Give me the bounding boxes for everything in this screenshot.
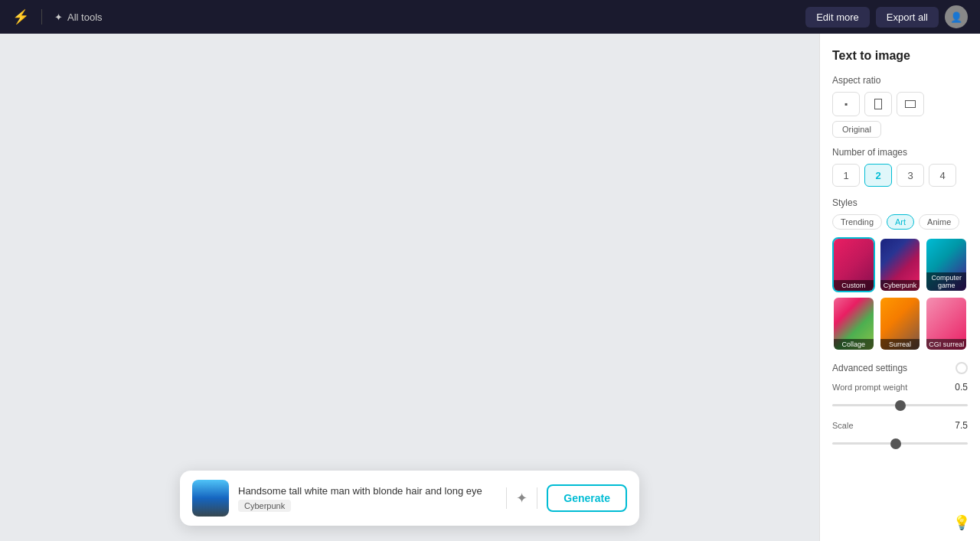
logo-icon: ⚡ (12, 8, 29, 25)
right-panel: Text to image Aspect ratio ▪ Original Nu… (819, 34, 980, 541)
style-tab-art[interactable]: Art (887, 214, 914, 230)
style-card-surreal[interactable]: Surreal (879, 296, 922, 351)
aspect-ratio-row: ▪ (832, 92, 968, 116)
prompt-bar: Handsome tall white man with blonde hair… (180, 471, 639, 526)
tools-icon: ✦ (54, 11, 63, 23)
all-tools-link[interactable]: ✦ All tools (54, 11, 103, 23)
num-3-button[interactable]: 3 (897, 164, 924, 187)
image-grid (403, 80, 416, 378)
style-card-collage[interactable]: Collage (832, 296, 875, 351)
aspect-ratio-label: Aspect ratio (832, 75, 968, 86)
prompt-text-area: Handsome tall white man with blonde hair… (238, 485, 497, 512)
topnav-right: Edit more Export all 👤 (805, 5, 968, 28)
word-prompt-weight-label: Word prompt weight (832, 383, 907, 392)
thumb-image (192, 480, 229, 517)
prompt-thumbnail (192, 480, 229, 517)
ar-portrait-icon (874, 99, 882, 109)
sparkle-icon[interactable]: ✦ (516, 490, 528, 507)
ar-square-icon: ▪ (844, 99, 848, 109)
all-tools-label: All tools (67, 11, 103, 23)
num-1-button[interactable]: 1 (832, 164, 860, 187)
style-card-custom-label: Custom (834, 280, 874, 291)
style-card-cgi-surreal[interactable]: CGI surreal (925, 296, 968, 351)
avatar-initials: 👤 (950, 11, 962, 23)
prompt-divider-2 (537, 487, 537, 509)
panel-title: Text to image (832, 49, 968, 63)
style-card-cgame-label: Computer game (926, 272, 966, 291)
word-prompt-weight-value: 0.5 (955, 382, 968, 393)
ar-landscape-button[interactable] (897, 92, 924, 116)
scale-slider[interactable] (832, 442, 968, 445)
style-card-cyberpunk[interactable]: Cyberpunk (879, 237, 922, 292)
scale-row: Scale 7.5 (832, 420, 968, 448)
style-card-surreal-label: Surreal (880, 339, 920, 350)
advanced-settings-label: Advanced settings (832, 363, 907, 373)
style-grid: Custom Cyberpunk Computer game Collage S… (832, 237, 968, 351)
topnav: ⚡ ✦ All tools Edit more Export all 👤 (0, 0, 980, 34)
scale-value: 7.5 (955, 420, 968, 431)
avatar[interactable]: 👤 (945, 5, 968, 28)
main-layout: Handsome tall white man with blonde hair… (0, 34, 980, 541)
prompt-style-tag: Cyberpunk (238, 500, 291, 512)
num-images-label: Number of images (832, 147, 968, 158)
ar-portrait-button[interactable] (864, 92, 892, 116)
prompt-divider (506, 487, 507, 509)
style-tab-anime[interactable]: Anime (919, 214, 959, 230)
prompt-text: Handsome tall white man with blonde hair… (238, 485, 497, 497)
word-prompt-weight-slider[interactable] (832, 404, 968, 406)
app-logo[interactable]: ⚡ (12, 8, 29, 25)
bulb-icon[interactable]: 💡 (952, 513, 971, 532)
ar-original-button[interactable]: Original (832, 121, 881, 138)
advanced-toggle[interactable] (956, 362, 968, 374)
advanced-settings-header: Advanced settings (832, 362, 968, 374)
scale-label: Scale (832, 421, 854, 430)
export-all-button[interactable]: Export all (876, 7, 939, 28)
num-4-button[interactable]: 4 (929, 164, 956, 187)
style-card-collage-label: Collage (834, 339, 874, 350)
style-card-computer-game[interactable]: Computer game (925, 237, 968, 292)
styles-label: Styles (832, 197, 968, 208)
generate-button[interactable]: Generate (547, 484, 627, 512)
num-2-button[interactable]: 2 (864, 164, 892, 187)
edit-more-button[interactable]: Edit more (805, 7, 870, 28)
ar-landscape-icon (905, 100, 916, 108)
word-prompt-weight-row: Word prompt weight 0.5 (832, 382, 968, 409)
word-prompt-weight-header: Word prompt weight 0.5 (832, 382, 968, 393)
style-card-cgisurreal-label: CGI surreal (926, 339, 966, 350)
ar-square-button[interactable]: ▪ (832, 92, 860, 116)
nav-divider (41, 9, 42, 24)
style-tabs: Trending Art Anime (832, 214, 968, 230)
content-area: Handsome tall white man with blonde hair… (0, 34, 819, 541)
style-card-cyberpunk-label: Cyberpunk (880, 280, 920, 291)
scale-header: Scale 7.5 (832, 420, 968, 431)
style-card-custom[interactable]: Custom (832, 237, 875, 292)
num-images-row: 1 2 3 4 (832, 164, 968, 187)
style-tab-trending[interactable]: Trending (832, 214, 882, 230)
